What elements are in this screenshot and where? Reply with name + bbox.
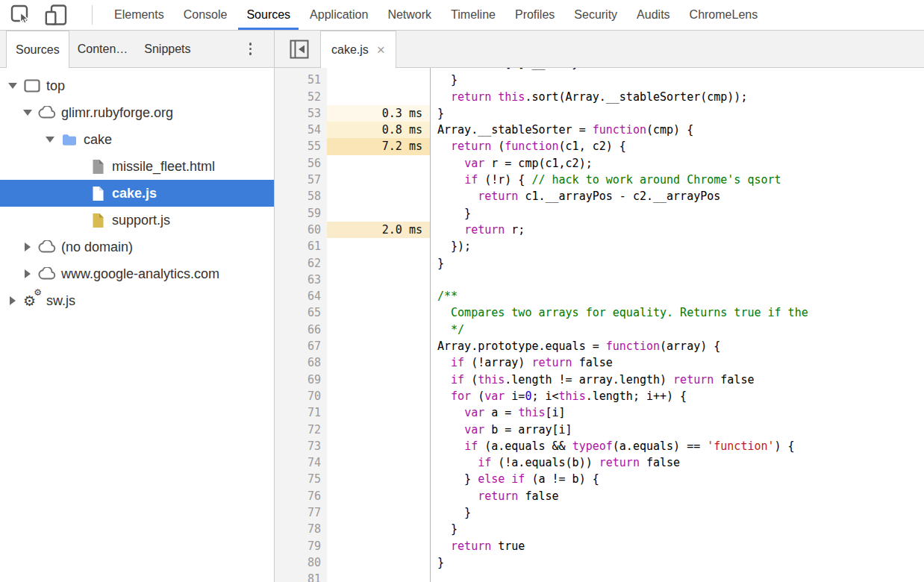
- chevron-right-icon[interactable]: [21, 269, 34, 278]
- code-line[interactable]: return true: [430, 538, 924, 554]
- chevron-right-icon[interactable]: [21, 242, 34, 251]
- line-number[interactable]: 52: [275, 89, 327, 105]
- code-line[interactable]: }: [430, 504, 924, 521]
- navigator-tab-sources[interactable]: Sources: [6, 31, 69, 68]
- navigator-tab-snippets[interactable]: Snippets: [136, 31, 199, 67]
- code-row: 64/**: [275, 288, 924, 304]
- main-tab-network[interactable]: Network: [378, 0, 441, 30]
- file-tab-cakejs[interactable]: cake.js ×: [320, 31, 396, 68]
- main-tab-security[interactable]: Security: [564, 0, 627, 30]
- device-toolbar-icon[interactable]: [44, 4, 68, 26]
- line-number[interactable]: 64: [275, 288, 327, 304]
- tree-item-missile-fleet-html[interactable]: missile_fleet.html: [0, 153, 274, 180]
- chevron-down-icon[interactable]: [21, 110, 34, 116]
- chevron-right-icon[interactable]: [6, 296, 19, 305]
- more-options-icon[interactable]: [245, 38, 257, 60]
- tree-item-cake[interactable]: cake: [0, 126, 274, 153]
- line-number[interactable]: 51: [275, 72, 327, 88]
- line-number[interactable]: 54: [275, 122, 327, 138]
- close-icon[interactable]: ×: [377, 43, 385, 57]
- line-number[interactable]: 66: [275, 322, 327, 338]
- code-line[interactable]: var a = this[i]: [430, 404, 924, 421]
- line-number[interactable]: 67: [275, 338, 327, 354]
- main-tab-timeline[interactable]: Timeline: [441, 0, 505, 30]
- main-tab-profiles[interactable]: Profiles: [505, 0, 564, 30]
- line-number[interactable]: 81: [275, 571, 327, 582]
- line-number[interactable]: 68: [275, 354, 327, 371]
- line-number[interactable]: 80: [275, 554, 327, 571]
- tree-item-support-js[interactable]: support.js: [0, 207, 274, 234]
- line-number[interactable]: 57: [275, 172, 327, 188]
- line-number[interactable]: 62: [275, 255, 327, 272]
- line-number[interactable]: 72: [275, 422, 327, 438]
- code-line[interactable]: if (a.equals && typeof(a.equals) == 'fun…: [430, 438, 924, 454]
- code-line[interactable]: }: [430, 105, 924, 122]
- code-line[interactable]: return r;: [430, 222, 924, 238]
- code-line[interactable]: return (function(c1, c2) {: [430, 138, 924, 154]
- tree-item-glimr-rubyforge-org[interactable]: glimr.rubyforge.org: [0, 99, 274, 126]
- code-line[interactable]: var r = cmp(c1,c2);: [430, 155, 924, 172]
- tree-item-cake-js[interactable]: cake.js: [0, 180, 274, 207]
- code-line[interactable]: if (!r) { // hack to work around Chrome'…: [430, 172, 924, 188]
- main-tab-audits[interactable]: Audits: [627, 0, 679, 30]
- line-number[interactable]: 55: [275, 138, 327, 154]
- chevron-down-icon[interactable]: [43, 137, 57, 143]
- line-number[interactable]: 69: [275, 372, 327, 388]
- line-number[interactable]: 56: [275, 155, 327, 172]
- main-tab-application[interactable]: Application: [300, 0, 378, 30]
- code-line[interactable]: if (!array) return false: [430, 354, 924, 371]
- line-number[interactable]: 73: [275, 438, 327, 454]
- code-line[interactable]: Array.__stableSorter = function(cmp) {: [430, 122, 924, 138]
- code-line[interactable]: Array.prototype.equals = function(array)…: [430, 338, 924, 354]
- line-number[interactable]: 53: [275, 105, 327, 122]
- line-number[interactable]: 70: [275, 388, 327, 404]
- main-tab-elements[interactable]: Elements: [104, 0, 174, 30]
- tree-item-sw-js[interactable]: ⚙⚙sw.js: [0, 287, 274, 314]
- code-line[interactable]: return this.sort(Array.__stableSorter(cm…: [430, 89, 924, 105]
- line-number[interactable]: 79: [275, 538, 327, 554]
- tree-item-top[interactable]: top: [0, 72, 274, 99]
- code-line[interactable]: [430, 272, 924, 288]
- inspect-icon[interactable]: [9, 4, 33, 26]
- code-line[interactable]: } else if (a != b) {: [430, 471, 924, 487]
- code-line[interactable]: var b = array[i]: [430, 422, 924, 438]
- code-line[interactable]: if (this.length != array.length) return …: [430, 372, 924, 388]
- line-number[interactable]: 63: [275, 272, 327, 288]
- main-tab-console[interactable]: Console: [174, 0, 237, 30]
- line-number[interactable]: 60: [275, 222, 327, 238]
- code-line[interactable]: }: [430, 255, 924, 272]
- line-number[interactable]: 59: [275, 205, 327, 222]
- line-number[interactable]: 75: [275, 471, 327, 487]
- line-number[interactable]: 74: [275, 454, 327, 471]
- line-number[interactable]: 65: [275, 304, 327, 321]
- code-row: 58 return c1.__arrayPos - c2.__arrayPos: [275, 188, 924, 204]
- code-line[interactable]: for (var i=0; i<this.length; i++) {: [430, 388, 924, 404]
- code-line[interactable]: }: [430, 205, 924, 222]
- main-tab-chromelens[interactable]: ChromeLens: [680, 0, 768, 30]
- code-line[interactable]: return false: [430, 488, 924, 504]
- line-number[interactable]: 58: [275, 188, 327, 204]
- navigator-tab-conten[interactable]: Conten…: [69, 31, 137, 67]
- chevron-down-icon[interactable]: [6, 83, 19, 89]
- line-number[interactable]: 61: [275, 238, 327, 254]
- code-line[interactable]: [430, 571, 924, 582]
- line-number[interactable]: 78: [275, 521, 327, 537]
- code-line[interactable]: }: [430, 521, 924, 537]
- code-line[interactable]: Compares two arrays for equality. Return…: [430, 304, 924, 321]
- frame-icon: [22, 79, 42, 93]
- code-line[interactable]: }: [430, 554, 924, 571]
- code-line[interactable]: */: [430, 322, 924, 338]
- code-line[interactable]: return c1.__arrayPos - c2.__arrayPos: [430, 188, 924, 204]
- hide-navigator-icon[interactable]: [289, 39, 310, 60]
- code-line[interactable]: }: [430, 72, 924, 88]
- code-line[interactable]: /**: [430, 288, 924, 304]
- tree-item-www-google-analytics-com[interactable]: www.google-analytics.com: [0, 260, 274, 287]
- line-number[interactable]: 71: [275, 404, 327, 421]
- code-line[interactable]: });: [430, 238, 924, 254]
- code-line[interactable]: if (!a.equals(b)) return false: [430, 454, 924, 471]
- line-number[interactable]: 77: [275, 504, 327, 521]
- code-editor[interactable]: this[i].__arrayPos = i51 }52 return this…: [275, 68, 924, 582]
- line-number[interactable]: 76: [275, 488, 327, 504]
- main-tab-sources[interactable]: Sources: [237, 0, 300, 30]
- tree-item-no-domain[interactable]: (no domain): [0, 234, 274, 260]
